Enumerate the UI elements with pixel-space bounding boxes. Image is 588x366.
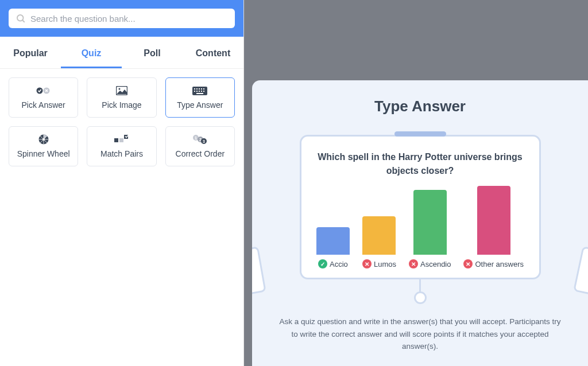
card-spinner-wheel[interactable]: Spinner Wheel	[9, 126, 78, 166]
bar-column: ✓Accio	[316, 227, 350, 268]
bar-label: ✕Lumos	[362, 259, 396, 268]
bar-column: ✕Other answers	[463, 186, 524, 268]
projector: Which spell in the Harry Potter universe…	[300, 131, 541, 304]
svg-rect-8	[196, 88, 198, 89]
svg-point-0	[17, 15, 24, 21]
bar	[477, 186, 510, 255]
bar	[316, 227, 350, 255]
svg-rect-16	[203, 91, 204, 92]
card-label: Match Pairs	[100, 149, 143, 158]
svg-rect-10	[201, 88, 202, 89]
svg-rect-9	[199, 88, 200, 89]
tablet-decoration	[252, 246, 266, 295]
card-label: Pick Answer	[22, 100, 65, 110]
wheel-icon	[38, 134, 49, 145]
bar-label-text: Ascendio	[420, 260, 451, 268]
svg-rect-14	[199, 91, 200, 92]
bar	[362, 216, 396, 255]
bar-label-text: Accio	[330, 260, 348, 268]
check-circle-icon: ✓	[318, 259, 327, 268]
svg-rect-11	[203, 88, 204, 89]
bar-column: ✕Lumos	[362, 216, 396, 268]
card-match-pairs[interactable]: Match Pairs	[87, 126, 156, 166]
card-label: Type Answer	[177, 100, 223, 110]
svg-rect-21	[119, 138, 123, 142]
tab-popular[interactable]: Popular	[0, 37, 61, 68]
svg-rect-17	[196, 93, 203, 94]
svg-text:1: 1	[195, 136, 197, 140]
card-pick-answer[interactable]: Pick Answer	[9, 77, 78, 118]
preview-card: Type Answer Which spell in the Harry Pot…	[252, 80, 588, 366]
search-input[interactable]	[30, 14, 228, 24]
svg-text:3: 3	[203, 139, 205, 143]
bar-label: ✕Other answers	[463, 259, 524, 268]
image-icon	[116, 85, 127, 96]
card-label: Spinner Wheel	[17, 149, 70, 158]
bar-label: ✕Ascendio	[409, 259, 451, 268]
pairs-icon	[114, 134, 129, 145]
svg-rect-15	[201, 91, 202, 92]
tab-poll[interactable]: Poll	[122, 37, 183, 68]
svg-rect-12	[194, 91, 195, 92]
svg-point-19	[42, 138, 45, 141]
tablet-decoration	[573, 246, 588, 295]
x-circle-icon: ✕	[362, 259, 372, 268]
card-correct-order[interactable]: 123Correct Order	[165, 126, 235, 166]
bar-label-text: Lumos	[374, 260, 396, 268]
projector-screen: Which spell in the Harry Potter universe…	[300, 135, 541, 279]
keyboard-icon	[192, 85, 207, 96]
svg-rect-20	[114, 138, 118, 142]
svg-rect-7	[194, 88, 195, 89]
projector-top-handle	[394, 131, 446, 137]
card-label: Correct Order	[176, 149, 225, 158]
bar-label: ✓Accio	[318, 259, 348, 268]
card-label: Pick Image	[102, 100, 141, 110]
answer-chart: ✓Accio✕Lumos✕Ascendio✕Other answers	[316, 194, 524, 268]
order-icon: 123	[193, 134, 207, 145]
tabs: PopularQuizPollContent	[0, 37, 243, 69]
preview-question: Which spell in the Harry Potter universe…	[313, 150, 528, 178]
preview-title: Type Answer	[374, 98, 466, 115]
check-x-icon	[36, 85, 51, 96]
projector-stem	[419, 279, 421, 292]
tab-content[interactable]: Content	[183, 37, 243, 68]
right-panel: Type Answer Which spell in the Harry Pot…	[244, 0, 588, 366]
card-type-answer[interactable]: Type Answer	[165, 77, 235, 118]
svg-rect-13	[196, 91, 198, 92]
bar-label-text: Other answers	[475, 260, 524, 268]
search-icon	[16, 13, 26, 24]
card-pick-image[interactable]: Pick Image	[87, 77, 156, 118]
x-circle-icon: ✕	[409, 259, 418, 268]
svg-line-1	[22, 20, 25, 22]
search-bar-wrap	[0, 0, 243, 37]
bar	[413, 190, 447, 255]
svg-point-5	[118, 88, 120, 90]
question-type-grid: Pick AnswerPick ImageType AnswerSpinner …	[0, 69, 243, 175]
preview-description: Ask a quiz question and write in the ans…	[277, 316, 564, 353]
search-bar[interactable]	[9, 9, 235, 28]
x-circle-icon: ✕	[463, 259, 473, 268]
projector-base	[414, 291, 427, 304]
left-panel: PopularQuizPollContent Pick AnswerPick I…	[0, 0, 244, 366]
bar-column: ✕Ascendio	[409, 190, 451, 268]
svg-point-2	[36, 88, 42, 94]
tab-quiz[interactable]: Quiz	[61, 37, 122, 68]
